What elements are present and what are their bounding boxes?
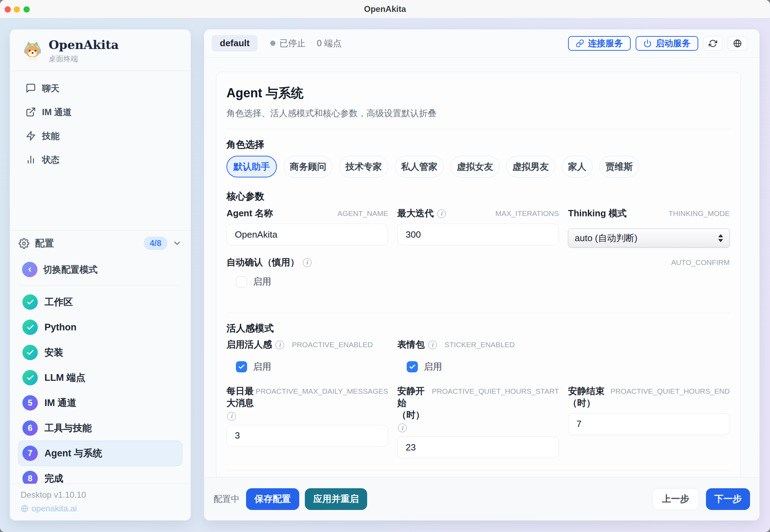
- quiet-hours-end-input[interactable]: [568, 413, 730, 435]
- sidebar-item-chat[interactable]: 聊天: [10, 76, 191, 100]
- role-pill-family[interactable]: 家人: [562, 156, 593, 177]
- step-label: 工具与技能: [44, 422, 92, 434]
- info-icon[interactable]: i: [303, 258, 312, 267]
- max-daily-messages-input[interactable]: [226, 425, 388, 447]
- profile-badge: default: [212, 35, 258, 51]
- save-config-button[interactable]: 保存配置: [246, 488, 299, 510]
- step-number: 7: [22, 446, 38, 461]
- config-label: 配置: [35, 237, 54, 250]
- step-agent-system[interactable]: 7 Agent 与系统: [18, 441, 182, 466]
- field-label: 最大迭代: [397, 208, 434, 219]
- refresh-button[interactable]: [703, 36, 723, 51]
- website-link[interactable]: openakita.ai: [31, 504, 77, 513]
- endpoint-count: 0 端点: [317, 37, 342, 49]
- env-var-name: AUTO_CONFIRM: [671, 258, 730, 267]
- refresh-icon: [709, 39, 717, 48]
- step-label: Agent 与系统: [44, 447, 102, 460]
- globe-icon: [733, 39, 742, 48]
- step-im-channel[interactable]: 5 IM 通道: [18, 390, 182, 415]
- nav-label: IM 通道: [42, 106, 72, 118]
- env-var-name: PROACTIVE_ENABLED: [292, 341, 373, 349]
- switch-mode-label: 切换配置模式: [43, 264, 98, 276]
- selected-option: auto (自动判断): [575, 232, 637, 244]
- config-status-text: 配置中: [214, 493, 240, 505]
- minimize-window-button[interactable]: [14, 6, 20, 13]
- close-window-button[interactable]: [5, 6, 11, 13]
- step-workspace[interactable]: 工作区: [18, 289, 182, 315]
- window-title: OpenAkita: [0, 0, 770, 18]
- step-tools-skills[interactable]: 6 工具与技能: [18, 415, 182, 441]
- sidebar-item-im-channels[interactable]: IM 通道: [10, 100, 191, 124]
- field-label: Thinking 模式: [568, 208, 627, 219]
- step-number: 6: [22, 420, 38, 436]
- zoom-window-button[interactable]: [23, 6, 30, 13]
- bar-chart-icon: [26, 154, 36, 165]
- start-service-button[interactable]: 启动服务: [636, 36, 698, 51]
- role-pill-private-butler[interactable]: 私人管家: [395, 156, 444, 177]
- field-label: Agent 名称: [226, 208, 273, 219]
- field-thinking-mode: Thinking 模式 THINKING_MODE auto (自动判断): [568, 208, 730, 247]
- sticker-enabled-checkbox[interactable]: [407, 361, 418, 372]
- page-subtitle: 角色选择、活人感模式和核心参数，高级设置默认折叠: [226, 107, 730, 119]
- checkbox-label: 启用: [424, 360, 442, 373]
- progress-badge: 4/8: [144, 237, 167, 250]
- nav-label: 聊天: [42, 83, 59, 94]
- thinking-mode-select[interactable]: auto (自动判断): [568, 229, 730, 247]
- field-auto-confirm: 自动确认（慎用） i AUTO_CONFIRM 启用: [226, 257, 730, 288]
- divider: [226, 470, 730, 470]
- step-llm-endpoint[interactable]: LLM 端点: [18, 365, 182, 390]
- checkbox-label: 启用: [253, 275, 271, 288]
- apply-restart-button[interactable]: 应用并重启: [305, 488, 367, 510]
- app-logo-row: OpenAkita 桌面终端: [10, 29, 191, 71]
- step-number: 5: [22, 395, 38, 411]
- sidebar-item-skills[interactable]: 技能: [10, 124, 191, 148]
- proactive-enabled-checkbox[interactable]: [236, 361, 247, 372]
- sidebar: OpenAkita 桌面终端 聊天 IM 通道: [10, 29, 191, 520]
- globe-icon: [21, 505, 28, 512]
- role-pill-virtual-girlfriend[interactable]: 虚拟女友: [450, 156, 499, 177]
- env-var-name: AGENT_NAME: [337, 209, 388, 218]
- info-icon[interactable]: i: [398, 424, 407, 432]
- sidebar-nav: 聊天 IM 通道 技能 状态: [10, 71, 191, 177]
- info-icon[interactable]: i: [428, 341, 437, 349]
- app-name: OpenAkita: [49, 38, 119, 51]
- step-label: LLM 端点: [44, 371, 85, 384]
- role-pill-business-advisor[interactable]: 商务顾问: [284, 156, 332, 177]
- auto-confirm-checkbox[interactable]: [236, 276, 247, 287]
- step-python[interactable]: Python: [18, 315, 182, 340]
- language-button[interactable]: [728, 36, 747, 51]
- step-install[interactable]: 安装: [18, 340, 182, 365]
- sidebar-item-status[interactable]: 状态: [10, 148, 191, 172]
- spacer: [10, 177, 191, 230]
- config-form-scroll-area: Agent 与系统 角色选择、活人感模式和核心参数，高级设置默认折叠 角色选择 …: [204, 57, 760, 477]
- max-iterations-input[interactable]: [397, 224, 559, 245]
- check-icon: [22, 294, 38, 310]
- quiet-hours-start-input[interactable]: [397, 436, 559, 458]
- nav-label: 技能: [42, 130, 59, 142]
- connect-service-button[interactable]: 连接服务: [568, 36, 631, 51]
- field-agent-name: Agent 名称 AGENT_NAME: [226, 208, 388, 245]
- info-icon[interactable]: i: [227, 412, 236, 421]
- role-pill-default-assistant[interactable]: 默认助手: [226, 156, 277, 177]
- external-link-icon: [26, 107, 36, 117]
- step-label: 安装: [44, 346, 63, 359]
- role-pill-virtual-boyfriend[interactable]: 虚拟男友: [506, 156, 555, 177]
- info-icon[interactable]: i: [275, 341, 284, 349]
- chevron-down-icon[interactable]: [173, 239, 182, 248]
- field-label: 自动确认（慎用）: [226, 257, 299, 268]
- role-pill-tech-expert[interactable]: 技术专家: [339, 156, 388, 177]
- role-pill-jarvis[interactable]: 贾维斯: [599, 156, 639, 177]
- checkbox-label: 启用: [253, 360, 271, 373]
- step-label: Python: [44, 322, 77, 333]
- check-icon: [22, 370, 38, 385]
- previous-step-button[interactable]: 上一步: [652, 488, 699, 510]
- env-var-name: MAX_ITERATIONS: [495, 209, 559, 218]
- env-var-name: STICKER_ENABLED: [444, 341, 515, 349]
- switch-config-mode[interactable]: 切换配置模式: [10, 258, 191, 281]
- agent-name-input[interactable]: [226, 224, 388, 245]
- config-header-row[interactable]: 配置 4/8: [10, 231, 191, 256]
- info-icon[interactable]: i: [437, 209, 446, 218]
- status-dot: [270, 41, 275, 46]
- field-max-daily-messages: 每日最大消息 i PROACTIVE_MAX_DAILY_MESSAGES: [226, 385, 388, 447]
- next-step-button[interactable]: 下一步: [706, 488, 750, 510]
